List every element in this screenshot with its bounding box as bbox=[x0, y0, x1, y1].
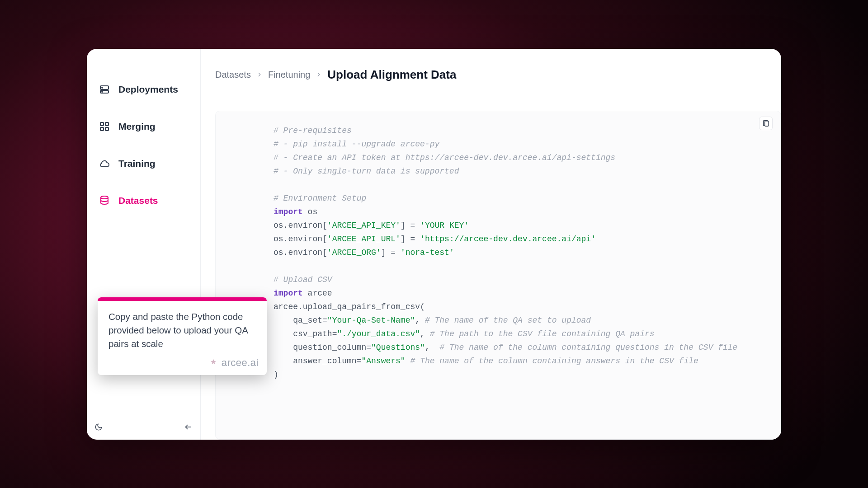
sidebar: Deployments Merging Training Datasets bbox=[87, 49, 201, 440]
brand-mark-icon bbox=[209, 358, 218, 367]
clipboard-icon bbox=[762, 120, 770, 127]
copy-code-button[interactable] bbox=[759, 117, 773, 130]
sidebar-item-datasets[interactable]: Datasets bbox=[87, 188, 200, 213]
svg-rect-9 bbox=[764, 121, 769, 126]
callout-text: Copy and paste the Python code provided … bbox=[98, 301, 267, 355]
instruction-callout: Copy and paste the Python code provided … bbox=[98, 297, 267, 375]
app-window: Deployments Merging Training Datasets bbox=[87, 49, 781, 440]
svg-point-2 bbox=[102, 87, 103, 88]
sidebar-item-label: Merging bbox=[118, 121, 156, 132]
svg-rect-5 bbox=[105, 122, 108, 126]
callout-accent-bar bbox=[98, 297, 267, 301]
breadcrumb: Datasets Finetuning Upload Alignment Dat… bbox=[201, 49, 781, 91]
page-title: Upload Alignment Data bbox=[327, 68, 456, 82]
database-icon bbox=[99, 195, 110, 206]
callout-brand: arcee.ai bbox=[98, 355, 267, 375]
server-icon bbox=[99, 84, 110, 95]
svg-rect-4 bbox=[100, 122, 104, 126]
code-block[interactable]: # Pre-requisites # - pip install --upgra… bbox=[274, 124, 763, 381]
svg-rect-6 bbox=[100, 127, 104, 131]
sidebar-item-merging[interactable]: Merging bbox=[87, 114, 200, 139]
svg-point-3 bbox=[102, 91, 103, 92]
code-panel: # Pre-requisites # - pip install --upgra… bbox=[215, 111, 781, 440]
breadcrumb-finetuning[interactable]: Finetuning bbox=[268, 70, 310, 80]
sidebar-item-training[interactable]: Training bbox=[87, 151, 200, 176]
svg-rect-7 bbox=[105, 127, 108, 131]
merge-icon bbox=[99, 121, 110, 132]
sidebar-item-label: Datasets bbox=[118, 195, 158, 206]
sidebar-item-deployments[interactable]: Deployments bbox=[87, 77, 200, 102]
moon-icon bbox=[94, 423, 103, 431]
chevron-right-icon bbox=[256, 70, 263, 80]
chevron-right-icon bbox=[316, 70, 322, 80]
collapse-sidebar-button[interactable] bbox=[182, 421, 195, 433]
svg-point-8 bbox=[101, 196, 108, 199]
theme-toggle-button[interactable] bbox=[92, 421, 105, 433]
sidebar-item-label: Training bbox=[118, 158, 156, 169]
sidebar-footer bbox=[87, 421, 200, 433]
cloud-icon bbox=[99, 158, 110, 169]
sidebar-item-label: Deployments bbox=[118, 84, 178, 95]
breadcrumb-datasets[interactable]: Datasets bbox=[215, 70, 251, 80]
collapse-icon bbox=[184, 423, 193, 431]
main-content: Datasets Finetuning Upload Alignment Dat… bbox=[201, 49, 781, 440]
